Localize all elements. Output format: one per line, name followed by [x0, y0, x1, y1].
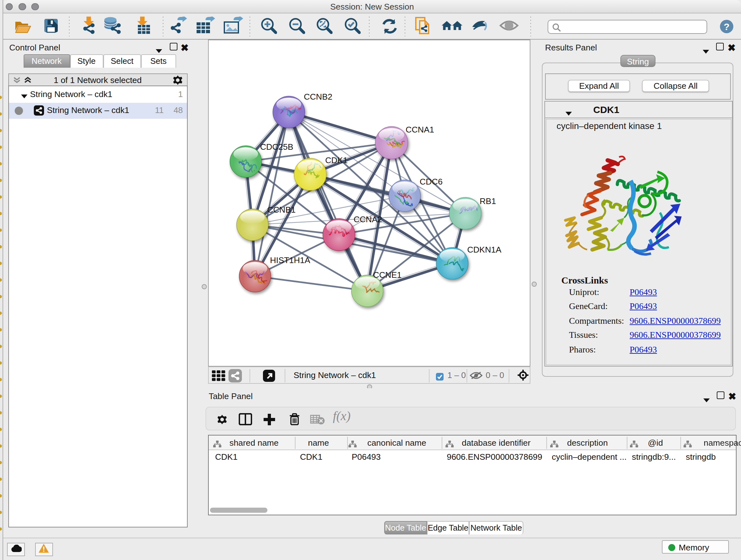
- svg-text:CCNE1: CCNE1: [373, 270, 401, 280]
- svg-text:CCNB2: CCNB2: [304, 92, 332, 102]
- svg-text:RB1: RB1: [480, 196, 496, 206]
- svg-text:CCNA1: CCNA1: [406, 125, 434, 134]
- svg-text:CDK1: CDK1: [325, 155, 347, 165]
- svg-text:HIST1H1A: HIST1H1A: [270, 255, 311, 265]
- svg-text:CCNB1: CCNB1: [267, 205, 295, 214]
- svg-text:CDKN1A: CDKN1A: [467, 245, 501, 254]
- svg-text:CDC25B: CDC25B: [260, 142, 293, 152]
- svg-text:CDC6: CDC6: [420, 177, 443, 186]
- svg-text:CCNA2: CCNA2: [354, 214, 382, 224]
